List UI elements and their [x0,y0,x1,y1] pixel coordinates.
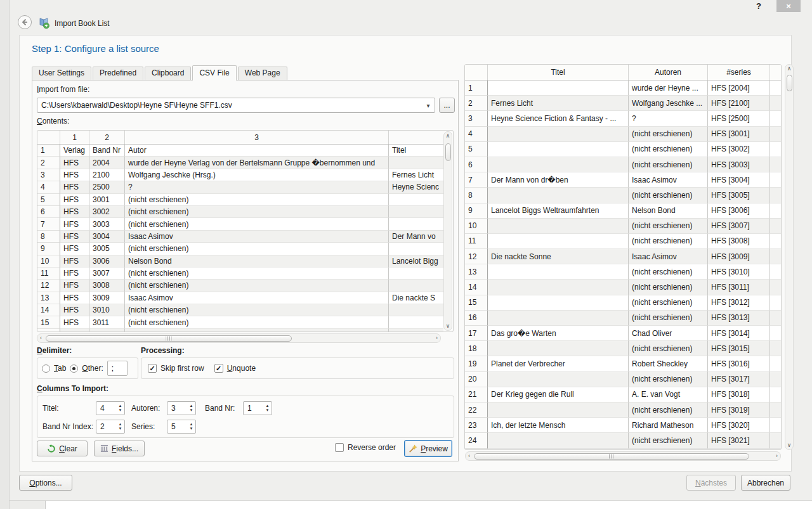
close-button[interactable]: × [776,0,801,12]
tab-csv-file[interactable]: CSV File [192,65,236,81]
spinner-down-icon[interactable]: ▼ [266,409,270,412]
column-header-autoren[interactable]: Autoren [629,65,708,80]
table-row[interactable]: 3Heyne Science Fiction & Fantasy - ...?H… [465,111,781,126]
scroll-right-icon[interactable]: › [776,453,778,459]
tab-clipboard[interactable]: Clipboard [145,67,191,80]
tab-web-page[interactable]: Web Page [238,67,287,80]
autoren-column-spinner[interactable]: 3 ▲▼ [167,401,196,415]
table-row[interactable]: 17Das gro�e WartenChad OliverHFS [3014] [465,326,781,341]
table-row[interactable]: 14(nicht erschienen)HFS [3011] [465,280,781,295]
band-nr-index-column-spinner[interactable]: 2 ▲▼ [96,420,125,434]
scroll-right-icon[interactable]: › [436,335,438,341]
file-path-combobox[interactable]: ▾ [37,98,435,113]
table-row[interactable]: 7HFS3003(nicht erschienen) [37,218,443,230]
table-row[interactable]: 12Die nackte SonneIsaac AsimovHFS [3009] [465,249,781,264]
table-row[interactable]: 19Planet der VerbrecherRobert SheckleyHF… [465,356,781,371]
scroll-up-icon[interactable]: ∧ [446,133,450,139]
table-row[interactable]: 12HFS3008(nicht erschienen) [37,280,443,292]
column-header-4[interactable] [389,131,443,144]
spinner-down-icon[interactable]: ▼ [190,409,193,412]
series-column-spinner[interactable]: 5 ▲▼ [167,420,196,434]
contents-vertical-scroll-thumb[interactable] [445,143,451,161]
spinner-up-icon[interactable]: ▲ [119,423,122,426]
contents-vertical-scrollbar[interactable]: ∧ ∨ [443,131,452,331]
scroll-down-icon[interactable]: ∨ [787,442,792,448]
table-row[interactable]: 5HFS3001(nicht erschienen) [37,194,443,206]
scroll-left-icon[interactable]: ‹ [468,453,470,459]
table-row[interactable]: 4(nicht erschienen)HFS [3001] [465,127,781,142]
cancel-button[interactable]: Abbrechen [741,475,790,491]
preview-button[interactable]: Preview [404,440,452,457]
table-row[interactable]: 21Der Krieg gegen die RullA. E. van Vogt… [465,387,781,403]
tab-delimiter-radio[interactable] [42,364,50,373]
table-row[interactable]: 11HFS3007(nicht erschienen) [37,267,443,280]
spinner-down-icon[interactable]: ▼ [190,427,193,430]
column-header-1[interactable]: 1 [60,131,89,144]
fields-button[interactable]: Fields... [94,441,145,456]
other-delimiter-input[interactable] [107,361,128,376]
table-row[interactable]: 4HFS2500?Heyne Scienc [37,181,443,193]
preview-vertical-scroll-thumb[interactable] [787,75,792,91]
column-header-titel[interactable]: Titel [488,65,629,80]
spinner-down-icon[interactable]: ▼ [119,409,122,412]
contents-horizontal-scrollbar[interactable]: ‹ › [37,333,441,343]
table-row[interactable]: 8(nicht erschienen)HFS [3005] [465,188,781,203]
column-header-series[interactable]: #series [708,65,770,80]
browse-button[interactable]: ... [439,98,455,113]
other-delimiter-radio[interactable] [70,364,78,373]
spinner-up-icon[interactable]: ▲ [190,423,193,426]
back-button[interactable] [17,15,32,30]
skip-first-row-checkbox[interactable]: ✓ [148,364,157,373]
table-row[interactable]: 6HFS3002(nicht erschienen) [37,206,443,218]
table-row[interactable]: 7Der Mann von dr�benIsaac AsimovHFS [300… [465,172,781,188]
spinner-up-icon[interactable]: ▲ [119,404,122,408]
table-row[interactable]: 2Fernes LichtWolfgang Jeschke ...HFS [21… [465,96,781,111]
table-row[interactable]: 13HFS3009Isaac AsimovDie nackte S [37,292,443,304]
table-row[interactable]: 5(nicht erschienen)HFS [3002] [465,142,781,157]
table-row[interactable]: 20(nicht erschienen)HFS [3017] [465,372,781,387]
table-row[interactable]: 1wurde der Heyne ...HFS [2004] [465,81,781,96]
spinner-up-icon[interactable]: ▲ [266,404,270,408]
table-row[interactable]: 3HFS2100Wolfgang Jeschke (Hrsg.)Fernes L… [37,169,443,181]
preview-horizontal-scroll-thumb[interactable] [474,453,749,460]
table-row[interactable]: 13(nicht erschienen)HFS [3010] [465,264,781,280]
reverse-order-checkbox[interactable] [335,443,344,452]
table-row[interactable]: 15(nicht erschienen)HFS [3012] [465,295,781,311]
table-row[interactable]: 11(nicht erschienen)HFS [3008] [465,234,781,249]
table-row[interactable]: 6(nicht erschienen)HFS [3003] [465,157,781,172]
tab-predefined[interactable]: Predefined [93,67,143,80]
scroll-down-icon[interactable]: ∨ [446,323,450,329]
preview-vertical-scrollbar[interactable]: ∧ ∨ [785,64,794,450]
table-row[interactable]: 15HFS3011(nicht erschienen) [37,316,443,328]
next-button[interactable]: Nächstes [686,475,736,491]
unquote-checkbox[interactable]: ✓ [214,364,223,373]
table-row[interactable]: 2HFS2004wurde der Heyne Verlag von der B… [37,157,443,169]
table-row[interactable]: 14HFS3010(nicht erschienen) [37,304,443,316]
chevron-down-icon[interactable]: ▾ [422,102,435,109]
clear-button[interactable]: Clear [37,441,88,456]
table-row[interactable]: 24(nicht erschienen)HFS [3021] [465,433,781,448]
titel-column-spinner[interactable]: 4 ▲▼ [96,401,125,415]
table-row[interactable]: 18(nicht erschienen)HFS [3015] [465,341,781,356]
table-row[interactable]: 1VerlagBand NrAutorTitel [37,145,443,157]
preview-horizontal-scrollbar[interactable]: ‹ › [465,451,781,461]
contents-horizontal-scroll-thumb[interactable] [46,335,292,342]
table-row[interactable]: 8HFS3004Isaac AsimovDer Mann vo [37,231,443,243]
tab-user-settings[interactable]: User Settings [32,67,91,80]
column-header-3[interactable]: 3 [125,131,389,144]
file-path-input[interactable] [37,101,422,110]
column-header-2[interactable]: 2 [89,131,125,144]
help-icon[interactable]: ? [756,1,761,11]
table-row[interactable]: 22(nicht erschienen)HFS [3019] [465,403,781,418]
scroll-left-icon[interactable]: ‹ [40,335,42,341]
band-nr-column-spinner[interactable]: 1 ▲▼ [243,401,272,415]
spinner-down-icon[interactable]: ▼ [119,427,122,430]
table-row[interactable]: 9Lancelot Biggs WeltraumfahrtenNelson Bo… [465,203,781,219]
table-row[interactable]: 16HFS3012(nicht erschienen) [37,329,443,332]
spinner-up-icon[interactable]: ▲ [190,404,193,408]
table-row[interactable]: 16(nicht erschienen)HFS [3013] [465,311,781,326]
options-button[interactable]: Options... [19,475,72,491]
table-row[interactable]: 10(nicht erschienen)HFS [3007] [465,219,781,234]
scroll-up-icon[interactable]: ∧ [787,66,792,72]
table-row[interactable]: 10HFS3006Nelson BondLancelot Bigg [37,255,443,267]
